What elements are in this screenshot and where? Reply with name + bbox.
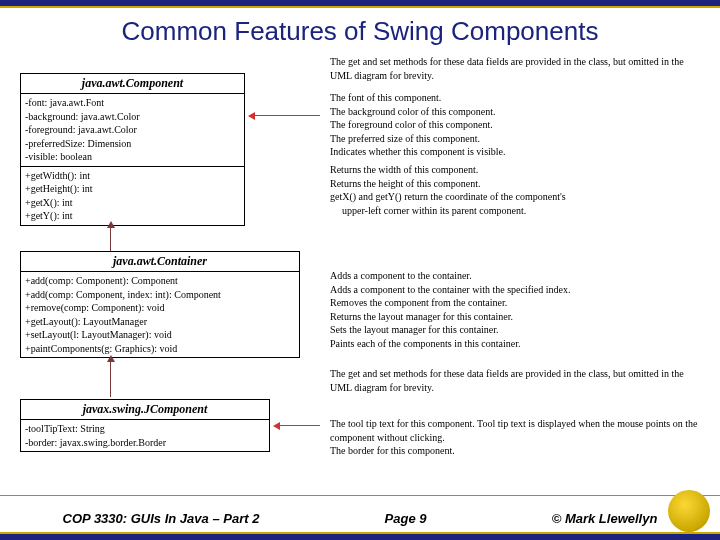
- field: -background: java.awt.Color: [25, 110, 240, 124]
- bottom-border: [0, 534, 720, 540]
- footer-page: Page 9: [385, 511, 427, 526]
- uml-jcomponent-name: javax.swing.JComponent: [21, 400, 269, 420]
- container-method-desc: Adds a component to the container. Adds …: [330, 269, 571, 350]
- uml-component: java.awt.Component -font: java.awt.Font …: [20, 73, 245, 226]
- inheritance-arrow-icon: [110, 223, 111, 251]
- component-note: The get and set methods for these data f…: [330, 55, 700, 82]
- footer-course: COP 3330: GUIs In Java – Part 2: [63, 511, 260, 526]
- desc-line: Indicates whether this component is visi…: [330, 145, 506, 159]
- desc-line: The font of this component.: [330, 91, 506, 105]
- uml-component-name: java.awt.Component: [21, 74, 244, 94]
- footer-divider: [0, 495, 720, 496]
- jcomponent-field-desc: The tool tip text for this component. To…: [330, 417, 700, 458]
- desc-line: The border for this component.: [330, 444, 700, 458]
- desc-line: Adds a component to the container with t…: [330, 283, 571, 297]
- inheritance-arrow-icon: [110, 357, 111, 397]
- component-method-desc: Returns the width of this component. Ret…: [330, 163, 566, 217]
- desc-line: Paints each of the components in this co…: [330, 337, 571, 351]
- method: +add(comp: Component, index: int): Compo…: [25, 288, 295, 302]
- component-field-desc: The font of this component. The backgrou…: [330, 91, 506, 159]
- method: +setLayout(l: LayoutManager): void: [25, 328, 295, 342]
- field: -visible: boolean: [25, 150, 240, 164]
- desc-line: Removes the component from the container…: [330, 296, 571, 310]
- method: +getWidth(): int: [25, 169, 240, 183]
- method: +add(comp: Component): Component: [25, 274, 295, 288]
- uml-container: java.awt.Container +add(comp: Component)…: [20, 251, 300, 358]
- arrow-red-icon: [275, 425, 320, 426]
- desc-line: upper-left corner within its parent comp…: [330, 204, 566, 218]
- footer-copyright: © Mark Llewellyn: [552, 511, 658, 526]
- content-area: java.awt.Component -font: java.awt.Font …: [10, 55, 710, 490]
- desc-line: The preferred size of this component.: [330, 132, 506, 146]
- desc-line: Returns the width of this component.: [330, 163, 566, 177]
- desc-line: getX() and getY() return the coordinate …: [330, 190, 566, 204]
- desc-line: Returns the layout manager for this cont…: [330, 310, 571, 324]
- method: +getX(): int: [25, 196, 240, 210]
- desc-line: The tool tip text for this component. To…: [330, 417, 700, 444]
- field: -toolTipText: String: [25, 422, 265, 436]
- field: -font: java.awt.Font: [25, 96, 240, 110]
- arrow-red-icon: [250, 115, 320, 116]
- ucf-logo-icon: [668, 490, 710, 532]
- uml-jcomponent: javax.swing.JComponent -toolTipText: Str…: [20, 399, 270, 452]
- desc-line: The background color of this component.: [330, 105, 506, 119]
- desc-line: Adds a component to the container.: [330, 269, 571, 283]
- method: +getY(): int: [25, 209, 240, 223]
- desc-line: Returns the height of this component.: [330, 177, 566, 191]
- uml-container-name: java.awt.Container: [21, 252, 299, 272]
- desc-line: The foreground color of this component.: [330, 118, 506, 132]
- slide-title: Common Features of Swing Components: [0, 16, 720, 47]
- footer: COP 3330: GUIs In Java – Part 2 Page 9 ©…: [0, 511, 720, 526]
- method: +paintComponents(g: Graphics): void: [25, 342, 295, 356]
- field: -preferredSize: Dimension: [25, 137, 240, 151]
- field: -foreground: java.awt.Color: [25, 123, 240, 137]
- jcomponent-note: The get and set methods for these data f…: [330, 367, 700, 394]
- gold-top-line: [0, 6, 720, 8]
- method: +getLayout(): LayoutManager: [25, 315, 295, 329]
- method: +remove(comp: Component): void: [25, 301, 295, 315]
- desc-line: Sets the layout manager for this contain…: [330, 323, 571, 337]
- method: +getHeight(): int: [25, 182, 240, 196]
- field: -border: javax.swing.border.Border: [25, 436, 265, 450]
